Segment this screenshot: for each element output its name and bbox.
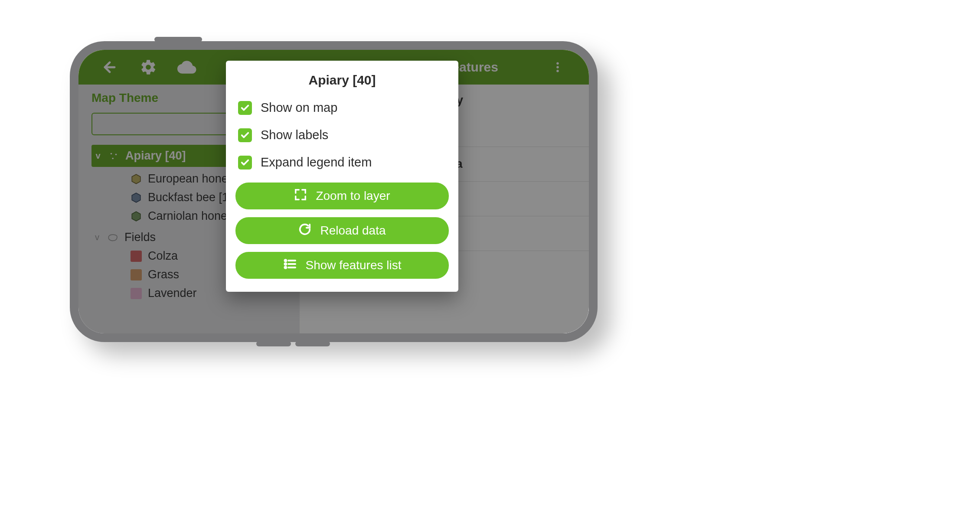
checkbox-row-show-on-map[interactable]: Show on map <box>235 101 449 115</box>
checkbox-checked-icon[interactable] <box>238 101 252 115</box>
device-bump <box>295 341 330 346</box>
checkbox-row-expand-legend[interactable]: Expand legend item <box>235 155 449 170</box>
checkbox-row-show-labels[interactable]: Show labels <box>235 128 449 142</box>
reload-data-button[interactable]: Reload data <box>235 217 449 244</box>
zoom-to-layer-button[interactable]: Zoom to layer <box>235 183 449 209</box>
show-features-list-button[interactable]: Show features list <box>235 252 449 279</box>
device-bump <box>256 341 291 346</box>
checkbox-label: Expand legend item <box>261 155 372 170</box>
checkbox-label: Show labels <box>261 128 328 142</box>
svg-point-15 <box>284 267 286 268</box>
device-bump <box>154 37 202 42</box>
button-label: Reload data <box>320 224 385 238</box>
button-label: Show features list <box>306 258 402 272</box>
svg-point-13 <box>284 260 286 261</box>
dialog-title: Apiary [40] <box>235 73 449 88</box>
layer-options-dialog: Apiary [40] Show on map Show labels Expa… <box>226 61 458 292</box>
checkbox-label: Show on map <box>261 101 337 115</box>
button-label: Zoom to layer <box>316 189 390 203</box>
checkbox-checked-icon[interactable] <box>238 128 252 142</box>
expand-icon <box>294 188 307 204</box>
list-icon <box>283 257 297 274</box>
checkbox-checked-icon[interactable] <box>238 156 252 170</box>
reload-icon <box>298 223 311 239</box>
svg-point-14 <box>284 263 286 265</box>
